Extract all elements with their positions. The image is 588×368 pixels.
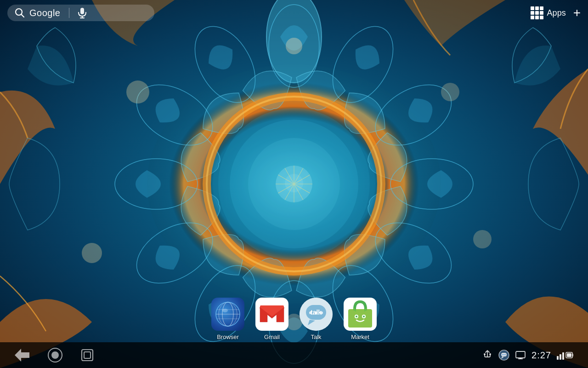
dock-item-talk[interactable]: talk Talk: [300, 298, 333, 340]
usb-status-icon[interactable]: [482, 350, 493, 361]
market-label: Market: [351, 334, 369, 340]
talk-icon: talk: [300, 298, 333, 331]
gmail-label: Gmail: [264, 334, 280, 340]
add-button[interactable]: +: [573, 6, 581, 19]
svg-rect-75: [516, 351, 525, 358]
svg-point-54: [315, 311, 317, 314]
screen-status-icon[interactable]: [515, 350, 526, 361]
svg-point-31: [441, 83, 459, 101]
battery-signal-icon: [557, 350, 573, 361]
svg-rect-66: [82, 350, 93, 361]
top-bar: Google Apps +: [0, 0, 588, 26]
svg-rect-56: [348, 309, 372, 328]
svg-rect-78: [557, 356, 559, 360]
svg-point-55: [320, 311, 323, 314]
svg-point-53: [309, 311, 312, 314]
search-widget[interactable]: Google: [7, 5, 154, 21]
svg-point-74: [505, 354, 506, 355]
dock-item-browser[interactable]: Browser: [211, 298, 244, 340]
svg-point-34: [286, 38, 302, 54]
talk-label: Talk: [311, 334, 321, 340]
nav-left-controls: [15, 348, 94, 362]
svg-point-65: [51, 351, 59, 359]
svg-point-73: [503, 354, 504, 355]
talk-status-icon[interactable]: [498, 350, 509, 361]
microphone-icon[interactable]: [78, 7, 87, 18]
svg-point-72: [502, 354, 503, 355]
browser-icon: [211, 298, 244, 331]
svg-point-30: [126, 80, 149, 104]
svg-point-69: [489, 353, 491, 355]
market-icon: [344, 298, 377, 331]
google-label: Google: [29, 8, 61, 18]
nav-right-status: 2:27: [482, 350, 573, 361]
gmail-icon: [255, 298, 288, 331]
apps-grid-icon: [531, 6, 543, 19]
back-button[interactable]: [15, 349, 29, 362]
svg-rect-79: [560, 354, 561, 360]
dock-item-gmail[interactable]: Gmail: [255, 298, 288, 340]
svg-point-59: [356, 316, 357, 317]
svg-rect-82: [572, 354, 573, 356]
apps-button[interactable]: Apps: [531, 6, 566, 19]
svg-rect-80: [562, 352, 564, 360]
browser-label: Browser: [217, 334, 239, 340]
svg-point-68: [484, 353, 486, 355]
apps-label: Apps: [547, 8, 566, 18]
navigation-bar: 2:27: [0, 342, 588, 368]
search-icon: [15, 8, 25, 18]
search-divider: [69, 8, 69, 18]
svg-rect-67: [84, 352, 90, 358]
svg-point-33: [473, 230, 492, 248]
svg-line-37: [22, 15, 24, 17]
svg-rect-83: [567, 353, 571, 357]
top-right-controls: Apps +: [531, 6, 581, 19]
svg-rect-38: [80, 8, 84, 14]
dock-item-market[interactable]: Market: [344, 298, 377, 340]
recents-button[interactable]: [81, 349, 94, 362]
svg-point-48: [222, 309, 228, 312]
svg-point-60: [363, 316, 365, 317]
clock-display: 2:27: [531, 350, 551, 361]
svg-marker-63: [15, 349, 29, 362]
svg-point-32: [82, 243, 102, 263]
app-dock: Browser Gmail t: [211, 298, 377, 340]
home-button[interactable]: [48, 348, 62, 362]
